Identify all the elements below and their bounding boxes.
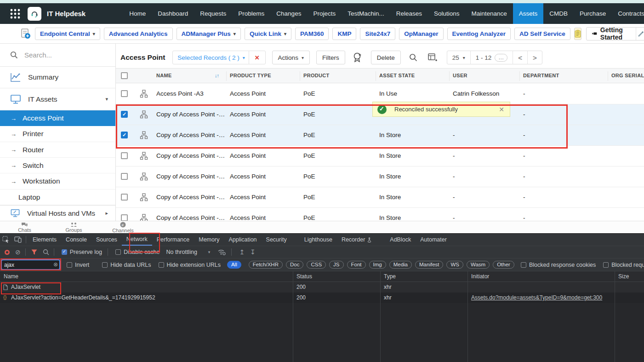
row-checkbox[interactable] [121, 132, 128, 138]
nav-item-cmdb[interactable]: CMDB [543, 3, 574, 24]
filter-pill-ws[interactable]: WS [446, 261, 463, 269]
filter-pill-fetch-xhr[interactable]: Fetch/XHR [249, 261, 283, 269]
tab-memory[interactable]: Memory [194, 234, 224, 246]
next-page-button[interactable]: > [527, 51, 542, 64]
row-checkbox[interactable] [121, 194, 128, 201]
filter-pill-other[interactable]: Other [493, 261, 514, 269]
tab-performance[interactable]: Performance [152, 234, 194, 246]
column-divider[interactable] [615, 271, 615, 362]
filter-pill-doc[interactable]: Doc [286, 261, 303, 269]
import-har-icon[interactable]: ↥ [239, 248, 245, 256]
row-checkbox[interactable] [121, 173, 128, 180]
row-checkbox[interactable] [121, 111, 128, 118]
column-header-department[interactable]: DEPARTMENT [523, 73, 559, 78]
column-header-org-serial[interactable]: ORG SERIAL NUM [611, 73, 644, 78]
column-header-name[interactable]: NAME [156, 73, 172, 78]
column-header-product-type[interactable]: PRODUCT TYPE [230, 73, 271, 78]
nav-item-projects[interactable]: Projects [307, 3, 342, 24]
sidebar-item-it-assets[interactable]: IT Assets ▾ [0, 88, 115, 110]
filter-pill-media[interactable]: Media [389, 261, 412, 269]
tab-application[interactable]: Application [224, 234, 261, 246]
hide-extension-urls-checkbox[interactable]: Hide extension URLs [159, 262, 221, 268]
table-row[interactable]: Copy of Access Point -A... Access Point … [116, 146, 644, 167]
column-header-user[interactable]: USER [453, 73, 467, 78]
sidebar-item-summary[interactable]: Summary [0, 67, 115, 88]
sidebar-item-workstation[interactable]: → Workstation [0, 173, 115, 190]
filter-pill-wasm[interactable]: Wasm [467, 261, 490, 269]
row-checkbox[interactable] [121, 90, 128, 97]
tab-automater[interactable]: Automater [416, 234, 451, 246]
sidebar-item-switch[interactable]: → Switch [0, 158, 115, 173]
quick-btn-quick-link[interactable]: Quick Link▾ [245, 28, 291, 40]
record-button[interactable] [5, 250, 10, 255]
prev-page-button[interactable]: < [513, 51, 527, 64]
sidebar-item-access-point[interactable]: → Access Point [0, 110, 115, 126]
network-request-row[interactable]: {} AJaxServlet?action=GetHeaderDetails&_… [0, 293, 644, 303]
clear-selection-button[interactable]: ✕ [249, 51, 265, 64]
cell-name[interactable]: Access Point -A3 [156, 90, 204, 97]
chats-button[interactable]: Chats [0, 221, 49, 233]
tab-network[interactable]: Network [122, 234, 152, 246]
sidebar-item-router[interactable]: → Router [0, 142, 115, 158]
getting-started-button[interactable]: Getting Started [587, 28, 636, 40]
nav-item-home[interactable]: Home [123, 3, 152, 24]
column-divider[interactable] [293, 271, 293, 362]
quick-btn-endpoint-central[interactable]: Endpoint Central▾ [35, 28, 100, 40]
network-request-row[interactable]: AJaxServlet 200 xhr [0, 282, 644, 293]
clear-filter-icon[interactable]: ⊗ [53, 261, 58, 268]
hide-data-urls-checkbox[interactable]: Hide data URLs [102, 262, 151, 268]
filter-pill-css[interactable]: CSS [307, 261, 326, 269]
cell-name[interactable]: Copy of Access Point -A... [156, 111, 226, 118]
request-name[interactable]: AJaxServlet?action=GetHeaderDetails&_=17… [11, 294, 155, 301]
groups-button[interactable]: Groups [49, 221, 98, 233]
invert-checkbox[interactable]: Invert [67, 262, 89, 268]
page-jump-button[interactable]: … [495, 54, 507, 62]
filter-pill-img[interactable]: Img [369, 261, 386, 269]
cell-name[interactable]: Copy of Access Point -A... [156, 152, 226, 159]
export-har-icon[interactable]: ↧ [250, 248, 256, 256]
nav-item-releases[interactable]: Releases [390, 3, 428, 24]
feedback-pen-button[interactable] [636, 28, 644, 40]
tab-lighthouse[interactable]: Lighthouse [300, 234, 337, 246]
quick-btn-kmp[interactable]: KMP [332, 28, 356, 40]
net-column-initiator[interactable]: Initiator [471, 273, 489, 280]
nav-item-testmachine[interactable]: TestMachin... [342, 3, 390, 24]
page-size-dropdown[interactable]: 25 ▾ [447, 51, 470, 64]
chevron-right-icon[interactable]: ▸ [105, 210, 108, 216]
tab-recorder[interactable]: Recorder [337, 234, 376, 246]
nav-item-problems[interactable]: Problems [232, 3, 270, 24]
tab-console[interactable]: Console [61, 234, 91, 246]
quick-btn-site24x7[interactable]: Site24x7 [360, 28, 395, 40]
sidebar-search-input[interactable] [24, 51, 98, 59]
inspect-element-icon[interactable] [0, 234, 12, 246]
reconcile-badge-button[interactable] [351, 51, 365, 64]
channels-button[interactable]: # Channels [98, 221, 148, 233]
cell-name[interactable]: Copy of Access Point -A... [156, 173, 226, 180]
nav-item-solutions[interactable]: Solutions [428, 3, 466, 24]
nav-item-changes[interactable]: Changes [270, 3, 307, 24]
actions-dropdown[interactable]: Actions ▾ [272, 51, 310, 64]
table-row[interactable]: Copy of Access Point -A... Access Point … [116, 187, 644, 208]
cell-name[interactable]: Copy of Access Point -A... [156, 132, 226, 138]
toast-close-icon[interactable]: ✕ [499, 106, 504, 113]
row-checkbox[interactable] [121, 152, 128, 159]
column-divider[interactable] [467, 271, 468, 362]
tab-security[interactable]: Security [262, 234, 291, 246]
release-notes-button[interactable] [574, 28, 581, 40]
filters-button[interactable]: Filters [316, 51, 345, 64]
quick-btn-eventlog-analyzer[interactable]: Eventlog Analyzer [447, 28, 511, 40]
nav-item-contracts[interactable]: Contracts [612, 3, 644, 24]
clear-network-log-icon[interactable]: ⊘ [15, 248, 21, 256]
column-header-product[interactable]: PRODUCT [303, 73, 330, 78]
sidebar-item-laptop[interactable]: Laptop [0, 190, 115, 205]
quick-btn-ad-self-service[interactable]: AD Self Service [514, 28, 570, 40]
blocked-requests-checkbox[interactable]: Blocked requests [603, 262, 644, 268]
search-button[interactable] [406, 51, 420, 64]
nav-item-dashboard[interactable]: Dashboard [152, 3, 194, 24]
filter-funnel-icon[interactable] [31, 249, 37, 255]
row-checkbox[interactable] [121, 214, 128, 221]
helpdesk-logo[interactable] [28, 7, 41, 21]
tab-adblock[interactable]: AdBlock [385, 234, 416, 246]
search-network-icon[interactable] [43, 249, 49, 255]
selected-records-dropdown[interactable]: Selected Records ( 2 ) ▾ [173, 54, 248, 61]
